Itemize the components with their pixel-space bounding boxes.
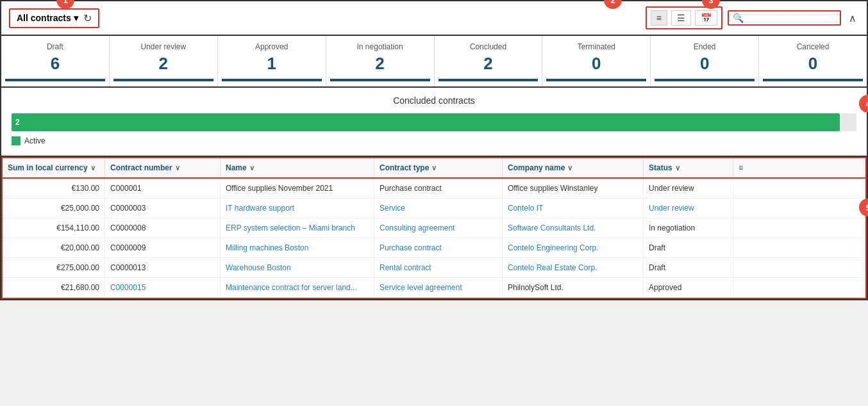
concluded-bar [438,79,538,81]
terminated-bar [546,79,646,81]
th-company-name-sort-icon: ∨ [567,164,572,172]
th-status-label: Status [649,163,672,172]
th-company-name[interactable]: Company name ∨ [503,158,644,177]
approved-count: 1 [222,54,322,74]
td-sum-4: €275,000.00 [3,258,105,277]
refresh-icon[interactable]: ↻ [83,12,92,24]
th-menu[interactable]: ≡ [733,158,753,177]
td-contract-type-5[interactable]: Service level agreement [374,278,503,297]
concluded-label: Concluded [438,42,538,51]
td-company-name-4[interactable]: Contelo Real Estate Corp. [503,258,644,277]
td-contract-number-0: C000001 [105,179,221,198]
table-header: Sum in local currency ∨ Contract number … [3,158,865,179]
td-contract-number-2: C0000008 [105,218,221,238]
td-status-3: Draft [644,238,733,257]
td-actions-1 [733,199,753,218]
canceled-bar [763,79,863,81]
in-negotiation-label: In negotiation [330,42,430,51]
td-name-1[interactable]: IT hardware support [221,199,374,218]
search-input[interactable] [746,13,836,23]
compact-view-button[interactable]: ☰ [671,10,691,26]
status-card-in-negotiation[interactable]: In negotiation 2 [326,36,435,86]
table-row: €25,000.00 C0000003 IT hardware support … [3,199,865,218]
table-body: €130.00 C000001 Office supplies November… [3,179,865,298]
td-name-4[interactable]: Warehouse Boston [221,258,374,277]
th-contract-number[interactable]: Contract number ∨ [105,158,221,177]
td-contract-type-3[interactable]: Purchase contract [374,238,503,257]
chart-section: Concluded contracts 2 Active [1,88,867,157]
status-cards-row: Draft 6 Under review 2 Approved 1 In neg… [1,36,867,88]
contracts-dropdown[interactable]: All contracts ▾ [17,13,78,23]
td-sum-5: €21,680.00 [3,278,105,297]
chart-bar-fill: 2 [12,113,840,131]
list-view-button[interactable]: ≡ [651,10,667,26]
in-negotiation-bar [330,79,430,81]
in-negotiation-count: 2 [330,54,430,74]
td-company-name-1[interactable]: Contelo IT [503,199,644,218]
th-status-sort-icon: ∨ [675,164,680,172]
chart-title: Concluded contracts [12,95,856,106]
status-card-under-review[interactable]: Under review 2 [110,36,218,86]
legend-label-active: Active [24,136,46,145]
td-name-5[interactable]: Maintenance contract for server land... [221,278,374,297]
th-company-name-label: Company name [508,163,565,172]
td-company-name-2[interactable]: Software Consultants Ltd. [503,218,644,238]
draft-bar [5,79,105,81]
status-card-ended[interactable]: Ended 0 [651,36,759,86]
td-name-3[interactable]: Milling machines Boston [221,238,374,257]
th-name[interactable]: Name ∨ [221,158,374,177]
view-buttons-group: ≡ ☰ 📅 [646,6,722,29]
td-company-name-5: PhilnolySoft Ltd. [503,278,644,297]
td-contract-type-1[interactable]: Service [374,199,503,218]
collapse-icon[interactable]: ∧ [846,12,859,24]
td-contract-number-5[interactable]: C0000015 [105,278,221,297]
td-contract-number-1: C0000003 [105,199,221,218]
td-contract-type-2[interactable]: Consulting agreement [374,218,503,238]
table-row: €275,000.00 C0000013 Warehouse Boston Re… [3,258,865,278]
status-card-draft[interactable]: Draft 6 [1,36,110,86]
status-card-canceled[interactable]: Canceled 0 [759,36,867,86]
calendar-view-button[interactable]: 📅 [695,10,717,26]
search-icon: 🔍 [733,13,744,23]
th-status[interactable]: Status ∨ [644,158,733,177]
contracts-table: Sum in local currency ∨ Contract number … [1,157,867,299]
th-name-sort-icon: ∨ [249,164,255,172]
th-contract-number-label: Contract number [110,163,172,172]
td-status-0: Under review [644,179,733,198]
td-contract-type-4[interactable]: Rental contract [374,258,503,277]
header-bar: All contracts ▾ ↻ ≡ ☰ 📅 🔍 ∧ [1,1,867,36]
under-review-label: Under review [113,42,213,51]
dropdown-label: All contracts [17,13,71,23]
chart-legend: Active [12,136,856,145]
approved-label: Approved [222,42,322,51]
canceled-count: 0 [763,54,863,74]
td-actions-3 [733,238,753,257]
td-company-name-0: Office supplies Winstanley [503,179,644,198]
th-sum[interactable]: Sum in local currency ∨ [3,158,105,177]
th-name-label: Name [226,163,247,172]
table-row: €21,680.00 C0000015 Maintenance contract… [3,278,865,298]
draft-label: Draft [5,42,105,51]
app-container: 1 2 3 4 5 6 All contracts ▾ ↻ ≡ ☰ 📅 [0,0,868,300]
th-sum-sort-icon: ∨ [90,164,96,172]
status-card-terminated[interactable]: Terminated 0 [542,36,651,86]
td-sum-3: €20,000.00 [3,238,105,257]
filter-dropdown-wrapper: All contracts ▾ ↻ [9,8,99,28]
td-sum-1: €25,000.00 [3,199,105,218]
td-actions-2 [733,218,753,238]
draft-count: 6 [5,54,105,74]
td-status-4: Draft [644,258,733,277]
td-status-1: Under review [644,199,733,218]
td-company-name-3[interactable]: Contelo Engineering Corp. [503,238,644,257]
status-card-approved[interactable]: Approved 1 [218,36,326,86]
table-row: €130.00 C000001 Office supplies November… [3,179,865,199]
terminated-label: Terminated [546,42,646,51]
main-window: All contracts ▾ ↻ ≡ ☰ 📅 🔍 ∧ [0,0,868,300]
td-status-5: Approved [644,278,733,297]
under-review-bar [113,79,213,81]
th-contract-type[interactable]: Contract type ∨ [374,158,503,177]
td-actions-5 [733,278,753,297]
td-name-2[interactable]: ERP system selection – Miami branch [221,218,374,238]
th-contract-number-sort-icon: ∨ [175,164,180,172]
status-card-concluded[interactable]: Concluded 2 [435,36,543,86]
